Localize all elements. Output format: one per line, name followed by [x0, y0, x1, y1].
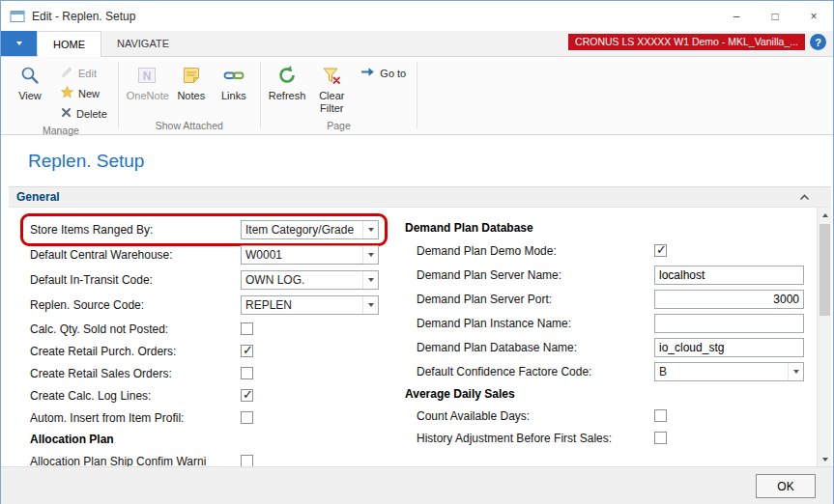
default-in-transit-code-combobox[interactable]: OWN LOG. — [241, 270, 379, 290]
go-to-button-label: Go to — [380, 68, 406, 79]
help-button[interactable]: ? — [810, 34, 826, 50]
onenote-icon: N — [137, 64, 157, 87]
window-icon — [10, 9, 25, 24]
general-form: Store Items Ranged By: Item Category/Gra… — [9, 208, 817, 466]
ribbon-separator — [260, 62, 261, 128]
demand-plan-demo-mode-checkbox[interactable] — [654, 244, 667, 257]
refresh-icon — [276, 64, 298, 87]
ribbon-group-manage: View Edit New Delete — [9, 59, 113, 134]
x-icon — [61, 107, 72, 120]
clear-filter-icon — [322, 64, 341, 87]
dialog-footer: OK — [1, 466, 833, 504]
create-retail-sales-orders-checkbox[interactable] — [241, 367, 253, 379]
chevron-down-icon[interactable] — [362, 296, 378, 314]
new-button[interactable]: New — [55, 83, 113, 103]
scrollbar-thumb[interactable] — [820, 224, 830, 316]
allocation-plan-subheader: Allocation Plan — [30, 429, 379, 450]
default-confidence-factore-code-label: Default Confidence Factore Code: — [405, 365, 591, 378]
demand-plan-database-subheader: Demand Plan Database — [405, 217, 804, 238]
count-available-days-label: Count Available Days: — [405, 409, 530, 423]
go-to-button[interactable]: Go to — [355, 63, 412, 83]
demand-plan-instance-name-input[interactable] — [654, 314, 804, 333]
create-calc-log-lines-checkbox[interactable] — [241, 389, 253, 402]
links-button-label: Links — [221, 90, 246, 102]
links-button[interactable]: Links — [213, 59, 255, 102]
demand-plan-server-port-input[interactable] — [654, 290, 804, 309]
ok-button[interactable]: OK — [756, 474, 816, 498]
notes-button-label: Notes — [177, 90, 205, 102]
form-column-left: Store Items Ranged By: Item Category/Gra… — [30, 217, 379, 466]
allocation-plan-ship-confirm-checkbox[interactable] — [241, 455, 253, 466]
field-row: Count Available Days: — [405, 405, 804, 427]
count-available-days-checkbox[interactable] — [654, 409, 667, 422]
edit-button-label: Edit — [78, 68, 97, 79]
onenote-button-label: OneNote — [127, 90, 167, 102]
chevron-up-icon[interactable] — [799, 190, 810, 204]
history-adjustment-before-first-sales-label: History Adjustment Before First Sales: — [405, 432, 612, 445]
clear-filter-button-label: Clear Filter — [311, 90, 352, 114]
onenote-button[interactable]: N OneNote — [124, 59, 170, 102]
replen-source-code-combobox[interactable]: REPLEN — [241, 295, 379, 315]
view-button[interactable]: View — [9, 59, 51, 102]
application-menu-button[interactable] — [1, 31, 37, 56]
store-items-ranged-by-combobox[interactable]: Item Category/Grade — [241, 220, 379, 239]
tab-home-label: HOME — [53, 39, 85, 50]
chevron-down-icon[interactable] — [788, 363, 803, 380]
view-button-label: View — [18, 90, 42, 102]
default-central-warehouse-label: Default Central Warehouse: — [30, 248, 173, 262]
field-row: Create Retail Purch. Orders: — [30, 340, 379, 362]
field-row: Create Calc. Log Lines: — [30, 384, 379, 406]
allocation-plan-ship-confirm-label: Allocation Plan Ship Confim Warni — [30, 455, 206, 467]
default-confidence-factore-code-combobox[interactable]: B — [654, 362, 804, 381]
tab-home[interactable]: HOME — [37, 31, 101, 57]
app-window: Edit - Replen. Setup – □ × HOME NAVIGATE… — [0, 0, 834, 504]
notes-button[interactable]: Notes — [170, 59, 213, 102]
history-adjustment-before-first-sales-checkbox[interactable] — [654, 432, 667, 444]
edit-button[interactable]: Edit — [55, 63, 113, 83]
field-row: Calc. Qty. Sold not Posted: — [30, 318, 379, 340]
demand-plan-server-name-input[interactable] — [654, 266, 804, 285]
create-retail-purch-orders-checkbox[interactable] — [241, 345, 253, 357]
vertical-scrollbar[interactable] — [817, 208, 831, 466]
page-content: General Store Items Ranged By: Item Cate… — [9, 186, 831, 466]
default-in-transit-code-label: Default In-Transit Code: — [30, 273, 153, 287]
group-label-manage: Manage — [9, 124, 113, 139]
field-row: Demand Plan Server Port: — [405, 287, 804, 311]
scroll-up-icon[interactable] — [818, 208, 832, 222]
calc-qty-sold-not-posted-checkbox[interactable] — [241, 322, 253, 335]
field-row: Default Confidence Factore Code: B — [405, 359, 804, 383]
replen-source-code-label: Replen. Source Code: — [30, 298, 144, 312]
maximize-button[interactable]: □ — [756, 1, 794, 31]
ribbon-group-show-attached: N OneNote Notes Links Show Atta — [124, 59, 255, 134]
demand-plan-database-name-input[interactable] — [654, 338, 804, 357]
demand-plan-instance-name-label: Demand Plan Instance Name: — [405, 317, 571, 330]
demand-plan-server-name-label: Demand Plan Server Name: — [405, 268, 561, 282]
tab-navigate[interactable]: NAVIGATE — [101, 31, 185, 56]
default-central-warehouse-combobox[interactable]: W0001 — [241, 245, 379, 265]
fasttab-general-title: General — [16, 190, 60, 204]
chevron-down-icon[interactable] — [362, 271, 378, 289]
autom-insert-from-item-profil-label: Autom. Insert from Item Profil: — [30, 411, 184, 425]
field-row: History Adjustment Before First Sales: — [405, 427, 804, 449]
field-row: Demand Plan Database Name: — [405, 335, 804, 359]
create-calc-log-lines-label: Create Calc. Log Lines: — [30, 389, 151, 403]
create-retail-sales-orders-label: Create Retail Sales Orders: — [30, 367, 172, 380]
chevron-down-icon[interactable] — [362, 221, 378, 238]
scroll-down-icon[interactable] — [818, 452, 832, 466]
fasttab-general-header[interactable]: General — [9, 187, 831, 208]
refresh-button[interactable]: Refresh — [266, 59, 309, 102]
chevron-down-icon[interactable] — [362, 246, 378, 264]
tab-navigate-label: NAVIGATE — [117, 38, 169, 49]
close-button[interactable]: × — [794, 1, 833, 31]
delete-button[interactable]: Delete — [55, 103, 113, 124]
average-daily-sales-subheader: Average Daily Sales — [405, 383, 804, 405]
autom-insert-from-item-profil-checkbox[interactable] — [241, 411, 253, 424]
minimize-button[interactable]: – — [717, 1, 756, 31]
group-label-page: Page — [266, 119, 412, 134]
clear-filter-button[interactable]: Clear Filter — [308, 59, 355, 114]
field-row: Default Central Warehouse: W0001 — [30, 242, 379, 267]
calc-qty-sold-not-posted-label: Calc. Qty. Sold not Posted: — [30, 322, 168, 336]
field-row: Store Items Ranged By: Item Category/Gra… — [30, 217, 379, 242]
magnifier-icon — [19, 64, 41, 87]
ribbon-separator — [118, 62, 119, 128]
